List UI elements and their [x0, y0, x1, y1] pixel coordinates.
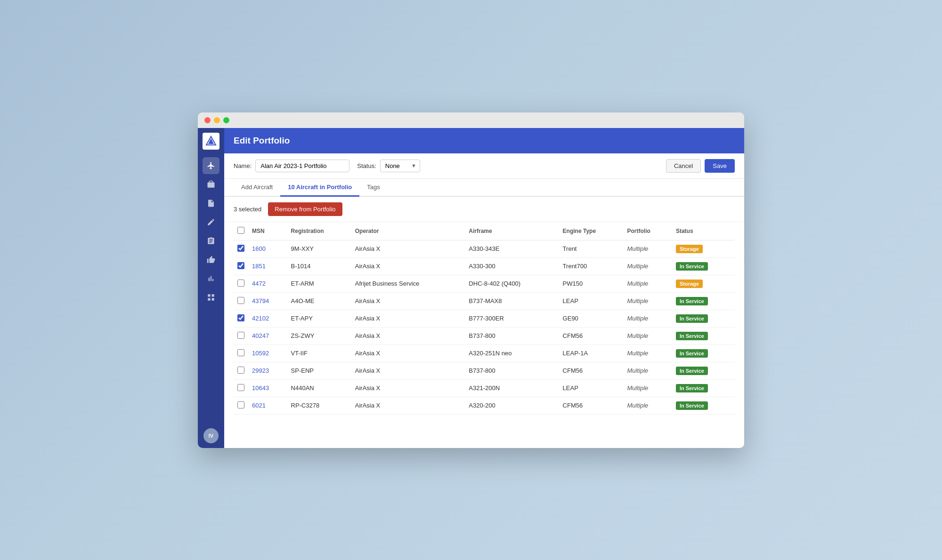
row-operator: AirAsia X — [351, 257, 465, 275]
col-engine-type: Engine Type — [559, 222, 624, 240]
selected-count: 3 selected — [234, 206, 261, 213]
msn-link[interactable]: 1600 — [252, 245, 266, 252]
row-checkbox[interactable] — [237, 384, 244, 391]
row-msn: 43794 — [248, 292, 287, 310]
select-all-header — [234, 222, 248, 240]
row-portfolio: Multiple — [624, 292, 672, 310]
row-msn: 40247 — [248, 327, 287, 344]
sidebar-item-chart[interactable] — [203, 270, 219, 287]
table-row: 10643 N440AN AirAsia X A321-200N LEAP Mu… — [234, 379, 735, 397]
row-checkbox[interactable] — [237, 401, 244, 408]
cancel-button[interactable]: Cancel — [666, 159, 701, 173]
row-checkbox[interactable] — [237, 349, 244, 356]
save-button[interactable]: Save — [705, 159, 735, 173]
row-airframe: A330-343E — [465, 240, 559, 257]
row-operator: AirAsia X — [351, 327, 465, 344]
row-checkbox-cell — [234, 327, 248, 344]
row-checkbox[interactable] — [237, 332, 244, 339]
name-label: Name: — [234, 162, 252, 169]
status-badge: In Service — [676, 332, 708, 340]
msn-link[interactable]: 6021 — [252, 402, 266, 409]
row-checkbox-cell — [234, 240, 248, 257]
sidebar-item-grid[interactable] — [203, 289, 219, 306]
name-input[interactable] — [255, 160, 349, 172]
toolbar: Name: Status: None Active Inactive ▼ — [224, 153, 744, 179]
row-status: Storage — [672, 240, 735, 257]
row-msn: 1600 — [248, 240, 287, 257]
msn-link[interactable]: 10643 — [252, 384, 269, 392]
row-engine-type: GE90 — [559, 310, 624, 327]
msn-link[interactable]: 43794 — [252, 297, 269, 304]
row-portfolio: Multiple — [624, 362, 672, 379]
row-checkbox[interactable] — [237, 245, 244, 252]
row-checkbox[interactable] — [237, 297, 244, 304]
app-window: IV Edit Portfolio Name: Status: None — [198, 112, 744, 448]
select-all-checkbox[interactable] — [237, 227, 244, 234]
table-row: 10592 VT-IIF AirAsia X A320-251N neo LEA… — [234, 344, 735, 362]
row-msn: 10592 — [248, 344, 287, 362]
tab-add-aircraft[interactable]: Add Aircraft — [234, 179, 280, 197]
row-msn: 42102 — [248, 310, 287, 327]
remove-from-portfolio-button[interactable]: Remove from Portfolio — [268, 202, 342, 216]
status-badge: In Service — [676, 314, 708, 323]
tabs-bar: Add Aircraft 10 Aircraft in Portfolio Ta… — [224, 179, 744, 197]
row-engine-type: CFM56 — [559, 327, 624, 344]
col-msn: MSN — [248, 222, 287, 240]
row-checkbox[interactable] — [237, 280, 244, 287]
row-portfolio: Multiple — [624, 327, 672, 344]
row-operator: AirAsia X — [351, 240, 465, 257]
row-checkbox[interactable] — [237, 367, 244, 374]
status-badge: Storage — [676, 280, 703, 288]
col-portfolio: Portfolio — [624, 222, 672, 240]
col-operator: Operator — [351, 222, 465, 240]
sidebar-item-thumbsup[interactable] — [203, 251, 219, 268]
maximize-button[interactable] — [223, 117, 229, 123]
msn-link[interactable]: 1851 — [252, 263, 266, 270]
row-checkbox[interactable] — [237, 262, 244, 269]
sidebar-logo — [203, 133, 219, 150]
msn-link[interactable]: 4472 — [252, 280, 266, 287]
status-badge: In Service — [676, 349, 708, 358]
row-checkbox[interactable] — [237, 314, 244, 321]
row-status: In Service — [672, 344, 735, 362]
msn-link[interactable]: 40247 — [252, 332, 269, 339]
sidebar-item-document[interactable] — [203, 195, 219, 212]
row-checkbox-cell — [234, 379, 248, 397]
row-airframe: DHC-8-402 (Q400) — [465, 275, 559, 292]
table-row: 42102 ET-APY AirAsia X B777-300ER GE90 M… — [234, 310, 735, 327]
sidebar-item-briefcase[interactable] — [203, 176, 219, 193]
page-title: Edit Portfolio — [234, 136, 290, 146]
sidebar-item-plane[interactable] — [203, 157, 219, 174]
row-registration: RP-C3278 — [287, 397, 351, 414]
msn-link[interactable]: 29923 — [252, 367, 269, 374]
row-registration: A4O-ME — [287, 292, 351, 310]
msn-link[interactable]: 10592 — [252, 350, 269, 357]
minimize-button[interactable] — [214, 117, 220, 123]
row-msn: 6021 — [248, 397, 287, 414]
close-button[interactable] — [204, 117, 211, 123]
row-status: In Service — [672, 379, 735, 397]
row-airframe: B777-300ER — [465, 310, 559, 327]
user-avatar[interactable]: IV — [203, 428, 219, 443]
row-portfolio: Multiple — [624, 379, 672, 397]
tab-aircraft-in-portfolio[interactable]: 10 Aircraft in Portfolio — [280, 179, 359, 197]
msn-link[interactable]: 42102 — [252, 315, 269, 322]
row-checkbox-cell — [234, 344, 248, 362]
title-bar — [198, 112, 744, 128]
status-badge: In Service — [676, 367, 708, 375]
action-bar: 3 selected Remove from Portfolio — [224, 197, 744, 222]
status-badge: Storage — [676, 245, 703, 253]
row-registration: VT-IIF — [287, 344, 351, 362]
sidebar-item-edit[interactable] — [203, 214, 219, 231]
row-status: In Service — [672, 327, 735, 344]
tab-tags[interactable]: Tags — [359, 179, 387, 197]
sidebar-item-clipboard[interactable] — [203, 232, 219, 249]
status-select[interactable]: None Active Inactive — [380, 160, 420, 172]
app-layout: IV Edit Portfolio Name: Status: None — [198, 128, 744, 448]
row-operator: AirAsia X — [351, 310, 465, 327]
status-field-group: Status: None Active Inactive ▼ — [357, 160, 420, 172]
row-checkbox-cell — [234, 292, 248, 310]
table-row: 6021 RP-C3278 AirAsia X A320-200 CFM56 M… — [234, 397, 735, 414]
status-badge: In Service — [676, 401, 708, 410]
row-registration: SP-ENP — [287, 362, 351, 379]
